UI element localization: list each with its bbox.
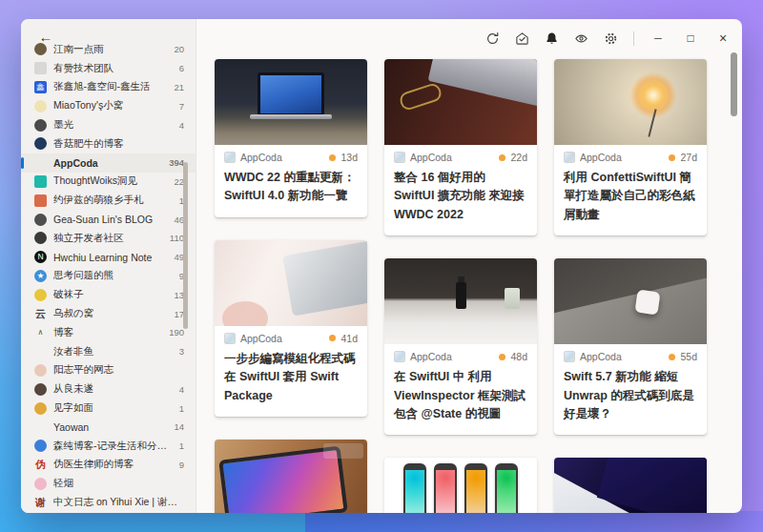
- sidebar-feed-item[interactable]: MiaoTony'ş小窝7: [21, 96, 196, 115]
- article-card[interactable]: [384, 458, 537, 513]
- article-title: Swift 5.7 新功能 縮短 Unwrap 的程式碼到底是好是壞？: [554, 362, 707, 435]
- sidebar-feed-item[interactable]: 云乌叔の窝17: [21, 304, 196, 323]
- feed-label: 从良未遂: [53, 382, 175, 396]
- article-card[interactable]: AppCoda27d利用 ConfettiSwiftUI 簡單打造屬於自己的彩色…: [554, 59, 707, 235]
- article-card[interactable]: AppCoda55dSwift 5.7 新功能 縮短 Unwrap 的程式碼到底…: [554, 258, 707, 435]
- feed-favicon: ★: [34, 270, 47, 282]
- feed-label: 江南一点雨: [53, 43, 170, 56]
- sidebar-feed-item[interactable]: Yaowan14: [21, 418, 196, 437]
- close-button[interactable]: ×: [710, 26, 736, 51]
- card-meta: AppCoda41d: [215, 326, 367, 344]
- unread-count: 110: [170, 233, 184, 243]
- phone-mockup: [495, 463, 518, 513]
- feed-favicon: [34, 119, 47, 132]
- unread-dot: [329, 335, 336, 341]
- card-meta: AppCoda48d: [384, 344, 537, 362]
- source-name: AppCoda: [580, 351, 664, 362]
- article-card[interactable]: AppCoda41d一步步編寫模組化程式碼 在 SwiftUI 套用 Swift…: [215, 240, 367, 417]
- feed-favicon: 鑫: [34, 81, 47, 93]
- toolbar-separator: [633, 31, 634, 46]
- source-favicon: [564, 152, 575, 163]
- article-age: 13d: [340, 152, 358, 163]
- toggle-read-view-button[interactable]: [569, 26, 593, 51]
- phone-mockup: [434, 463, 457, 513]
- article-title: 利用 ConfettiSwiftUI 簡單打造屬於自己的彩色紙屑動畫: [554, 163, 707, 235]
- minimize-button[interactable]: ─: [645, 26, 671, 51]
- feed-label: MiaoTony'ş小窝: [53, 99, 175, 113]
- article-thumbnail: [384, 458, 537, 513]
- source-favicon: [394, 152, 405, 163]
- sidebar-feed-item[interactable]: 有赞技术团队6: [21, 59, 196, 78]
- sidebar-feed-item[interactable]: Gea-Suan Lin's BLOG46: [21, 210, 196, 229]
- article-thumbnail: [554, 59, 707, 145]
- feed-label: AppCoda: [53, 157, 165, 169]
- source-favicon: [224, 333, 236, 344]
- sidebar-feed-item[interactable]: 轻烟: [21, 474, 196, 493]
- unread-count: 7: [179, 101, 184, 112]
- sidebar-feed-item[interactable]: 阳志平的网志: [21, 361, 196, 380]
- sidebar-group-header[interactable]: ∧博客190: [21, 323, 196, 342]
- feed-label: 中文日志 on Yihui Xie | 谢益辉: [53, 496, 184, 509]
- sidebar-feed-item[interactable]: ThoughtWoiks洞见22: [21, 173, 196, 192]
- sidebar-feed-item[interactable]: 伪伪医生律师的博客9: [21, 456, 196, 475]
- mark-all-read-button[interactable]: [510, 26, 534, 51]
- article-card[interactable]: [215, 440, 367, 513]
- maximize-button[interactable]: □: [677, 26, 704, 51]
- feed-favicon: 谢: [34, 497, 47, 509]
- feed-label: Gea-Suan Lin's BLOG: [53, 214, 170, 225]
- feed-label: 破袜子: [53, 288, 170, 301]
- article-card[interactable]: [554, 458, 707, 513]
- feed-favicon: [34, 62, 47, 74]
- sidebar-feed-item[interactable]: 谢中文日志 on Yihui Xie | 谢益辉: [21, 493, 196, 512]
- article-thumbnail: [215, 59, 367, 145]
- sidebar-feed-item[interactable]: NHwchiu Learning Note49: [21, 248, 196, 267]
- article-thumbnail: [554, 258, 707, 344]
- sidebar-feed-item[interactable]: 汝者非鱼3: [21, 342, 196, 361]
- feed-favicon: [34, 383, 47, 396]
- notifications-button[interactable]: [540, 26, 564, 51]
- settings-button[interactable]: [599, 26, 623, 51]
- article-age: 55d: [680, 351, 697, 362]
- article-thumbnail: [215, 240, 367, 326]
- article-age: 41d: [340, 333, 358, 344]
- sidebar-feed-item[interactable]: 鑫张鑫旭-鑫空间-鑫生活21: [21, 78, 196, 97]
- unread-count: 3: [179, 346, 184, 357]
- feed-label: 思考问题的熊: [53, 269, 175, 282]
- article-card[interactable]: AppCoda48d在 SwiftUI 中 利用 ViewInspector 框…: [384, 258, 537, 435]
- article-title: 在 SwiftUI 中 利用 ViewInspector 框架測試包含 @Sta…: [384, 362, 537, 435]
- sidebar-scrollbar-thumb[interactable]: [183, 162, 188, 329]
- source-name: AppCoda: [410, 152, 494, 163]
- feed-favicon: [34, 214, 47, 226]
- sidebar-feed-item[interactable]: 破袜子13: [21, 285, 196, 304]
- sidebar-feed-item[interactable]: 江南一点雨20: [21, 40, 196, 59]
- sidebar-feed-item[interactable]: 从良未遂4: [21, 379, 196, 399]
- unread-count: 190: [169, 327, 184, 338]
- feed-label: 轻烟: [53, 477, 184, 490]
- feed-label: 阳志平的网志: [53, 363, 184, 377]
- sidebar-feed-item[interactable]: ★思考问题的熊9: [21, 267, 196, 286]
- unread-count: 1: [179, 440, 184, 451]
- app-window: ← 江南一点雨20有赞技术团队6鑫张鑫旭-鑫空间-鑫生活21MiaoTony'ş…: [21, 19, 742, 513]
- feed-favicon: [34, 232, 47, 244]
- article-card[interactable]: AppCoda13dWWDC 22 的重點更新：SwiftUI 4.0 新功能一…: [215, 59, 367, 217]
- sidebar-feed-item[interactable]: 香菇肥牛的博客: [21, 134, 196, 153]
- sidebar-feed-item[interactable]: 独立开发者社区110: [21, 229, 196, 248]
- grid-column: AppCoda27d利用 ConfettiSwiftUI 簡單打造屬於自己的彩色…: [554, 59, 707, 513]
- article-title: 一步步編寫模組化程式碼 在 SwiftUI 套用 Swift Package: [215, 344, 367, 417]
- unread-count: 4: [179, 384, 184, 395]
- feed-label: 见字如面: [53, 401, 175, 415]
- phone-mockup: [464, 463, 487, 513]
- unread-count: 9: [179, 460, 184, 470]
- feed-label: 约伊兹的萌狼乡手札: [53, 194, 175, 207]
- article-card[interactable]: AppCoda22d整合 16 個好用的 SwiftUI 擴充功能 來迎接 WW…: [384, 59, 537, 235]
- feed-label: 博客: [53, 326, 165, 339]
- main-scrollbar-thumb[interactable]: [731, 52, 737, 116]
- sidebar-feed-item[interactable]: 约伊兹的萌狼乡手札1: [21, 191, 196, 210]
- refresh-button[interactable]: [481, 26, 505, 51]
- feed-favicon: [34, 175, 47, 188]
- sidebar-feed-item[interactable]: 见字如面1: [21, 399, 196, 418]
- sidebar-feed-item[interactable]: AppCoda394: [21, 153, 196, 173]
- feed-label: 森纯博客-记录生活和分享知识的...: [53, 440, 175, 453]
- sidebar-feed-item[interactable]: 森纯博客-记录生活和分享知识的...1: [21, 437, 196, 456]
- sidebar-feed-item[interactable]: 墨光4: [21, 115, 196, 134]
